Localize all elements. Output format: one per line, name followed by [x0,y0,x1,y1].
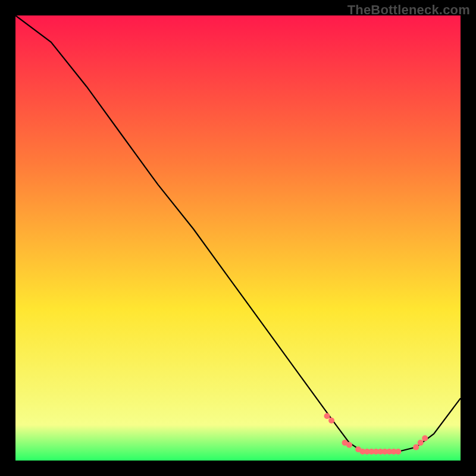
chart-svg [15,15,461,461]
chart-frame: TheBottleneck.com [0,0,476,476]
gradient-background [15,15,461,461]
plot-area [15,15,461,461]
marker-dot [418,440,424,446]
marker-dot [346,442,352,448]
marker-dot [422,436,428,441]
marker-dot [324,413,330,419]
marker-dot [413,444,419,450]
marker-dot [328,418,334,424]
marker-dot [395,449,401,455]
